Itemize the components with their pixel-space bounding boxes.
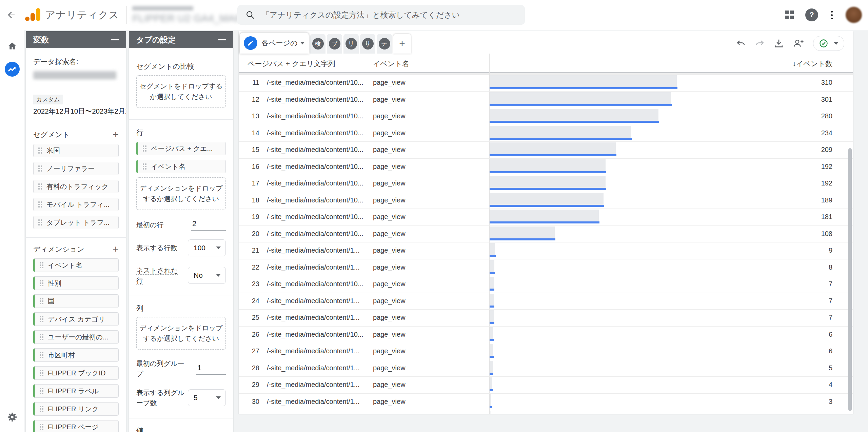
table-row[interactable]: 17/-site_media/media/content/10...page_v… [239,175,853,192]
chip-label: FLIPPER リンク [48,405,99,414]
nested-rows-select[interactable]: No [188,267,226,284]
column-dimension-dropzone[interactable]: ディメンションをドロップするか選択してください [136,317,226,350]
table-row[interactable]: 23/-site_media/media/content/10...page_v… [239,276,853,293]
table-scrollbar-thumb[interactable] [848,148,852,411]
tab-active[interactable]: 各ページのア... [240,33,309,54]
search-input[interactable]: 「アナリティクスの設定方法」と検索してみてください [237,5,525,25]
row-bar-segment [490,289,494,291]
table-row[interactable]: 28/-site_media/media/content/1...page_vi… [239,360,853,377]
help-icon[interactable]: ? [805,8,818,21]
chip[interactable]: 国 [33,294,119,308]
table-row[interactable]: 16/-site_media/media/content/10...page_v… [239,159,853,176]
chip[interactable]: 有料のトラフィック [33,180,119,193]
table-row[interactable]: 20/-site_media/media/content/10...page_v… [239,226,853,243]
row-index: 27 [239,347,259,355]
row-page-path: /-site_media/media/content/1... [267,297,359,305]
table-row[interactable]: 11/-site_media/media/content/10...page_v… [239,75,853,92]
applied-steps-button[interactable] [813,36,844,51]
add-dimension-button[interactable]: + [113,246,119,253]
table-row[interactable]: 24/-site_media/media/content/1...page_vi… [239,293,853,310]
table-row[interactable]: 15/-site_media/media/content/10...page_v… [239,142,853,159]
download-button[interactable] [774,38,784,48]
table-row[interactable]: 27/-site_media/media/content/1...page_vi… [239,343,853,360]
table-row[interactable]: 31/-site_media/media/content/1...page_vi… [239,410,853,414]
row-index: 20 [239,230,259,238]
first-row-input[interactable] [191,219,226,231]
table-row[interactable]: 14/-site_media/media/content/10...page_v… [239,125,853,142]
chip[interactable]: FLIPPER ブックID [33,366,119,380]
explore-nav-button[interactable] [4,61,20,77]
tab-サ[interactable]: サ [360,34,375,54]
table-row[interactable]: 26/-site_media/media/content/10...page_v… [239,327,853,343]
drag-handle-icon [40,336,41,338]
chip[interactable]: ページパス + クエ... [136,142,226,155]
chip[interactable]: FLIPPER リンク [33,402,119,416]
table-row[interactable]: 25/-site_media/media/content/1...page_vi… [239,310,853,327]
tab-リ[interactable]: リ [343,34,359,54]
minimize-panel-icon[interactable] [111,39,119,40]
row-page-path: /-site_media/media/content/10... [267,163,363,171]
chip[interactable]: 市区町村 [33,348,119,362]
drag-handle-icon [40,372,41,374]
chip[interactable]: イベント名 [33,258,119,272]
account-switcher[interactable]: FLIPPER U2 GA4_MAIN [132,6,234,24]
table-row[interactable]: 18/-site_media/media/content/10...page_v… [239,192,853,209]
row-dimension-dropzone[interactable]: ディメンションをドロップするか選択してください [136,177,226,210]
chip[interactable]: 性別 [33,276,119,290]
chip[interactable]: ノーリファラー [33,162,119,175]
app-title: アナリティクス [45,8,119,22]
show-rows-value: 100 [194,244,205,252]
add-segment-button[interactable]: + [113,131,119,138]
avatar[interactable] [846,7,862,23]
row-event-name: page_view [373,179,406,187]
apps-grid-icon[interactable] [785,11,794,19]
settings-button[interactable] [4,409,20,425]
show-colgroups-select[interactable]: 5 [188,389,226,406]
column-header-event[interactable]: イベント名 [373,59,409,68]
chip-label: タブレット トラフ... [46,218,110,227]
chip[interactable]: ユーザーの最初の... [33,330,119,344]
chip[interactable]: モバイル トラフィ... [33,198,119,211]
row-event-count: 6 [829,331,832,338]
table-row[interactable]: 13/-site_media/media/content/10...page_v… [239,108,853,125]
exploration-name-redacted[interactable] [33,71,116,79]
back-button[interactable] [0,10,22,20]
tab-initial-icon: ブ [329,38,340,50]
chip[interactable]: イベント名 [136,160,226,173]
chip[interactable]: タブレット トラフ... [33,216,119,229]
tab-検[interactable]: 検 [310,34,326,54]
first-colgroup-input[interactable] [196,363,226,375]
undo-button[interactable] [736,38,746,48]
more-vertical-icon[interactable] [830,9,834,21]
minimize-panel-icon[interactable] [218,39,226,40]
home-button[interactable] [4,38,20,54]
tab-ブ[interactable]: ブ [327,34,342,54]
chip[interactable]: 米国 [33,144,119,157]
row-event-name: page_view [373,247,406,254]
table-row[interactable]: 29/-site_media/media/content/1...page_vi… [239,377,853,394]
table-row[interactable]: 12/-site_media/media/content/10...page_v… [239,92,853,109]
chip[interactable]: FLIPPER ラベル [33,384,119,398]
drag-handle-icon [40,426,41,428]
segment-dropzone[interactable]: セグメントをドロップするか選択してください [136,75,226,108]
add-tab-button[interactable]: + [393,34,411,54]
tab-active-label: 各ページのア... [261,38,297,48]
chip[interactable]: デバイス カテゴリ [33,312,119,326]
inactive-tab-list: 検ブリサテ [309,34,392,54]
show-rows-select[interactable]: 100 [188,239,226,256]
redo-button[interactable] [755,38,765,48]
drag-handle-icon [40,408,41,410]
tab-テ[interactable]: テ [377,34,392,54]
chip[interactable]: FLIPPER ページ [33,420,119,432]
share-button[interactable] [793,38,804,48]
table-row[interactable]: 19/-site_media/media/content/10...page_v… [239,209,853,226]
date-range-selector[interactable]: 2022年12月10日〜2023年2月2日 [33,106,119,116]
table-row[interactable]: 22/-site_media/media/content/1...page_vi… [239,259,853,276]
column-header-value-sorted[interactable]: ↓イベント数 [793,59,832,68]
table-row[interactable]: 21/-site_media/media/content/1...page_vi… [239,242,853,259]
tab-settings-title: タブの設定 [136,35,176,45]
table-row[interactable]: 30/-site_media/media/content/1...page_vi… [239,394,853,411]
row-bar-total [490,227,555,238]
row-index: 23 [239,280,259,288]
column-header-path[interactable]: ページパス + クエリ文字列 [248,59,335,68]
